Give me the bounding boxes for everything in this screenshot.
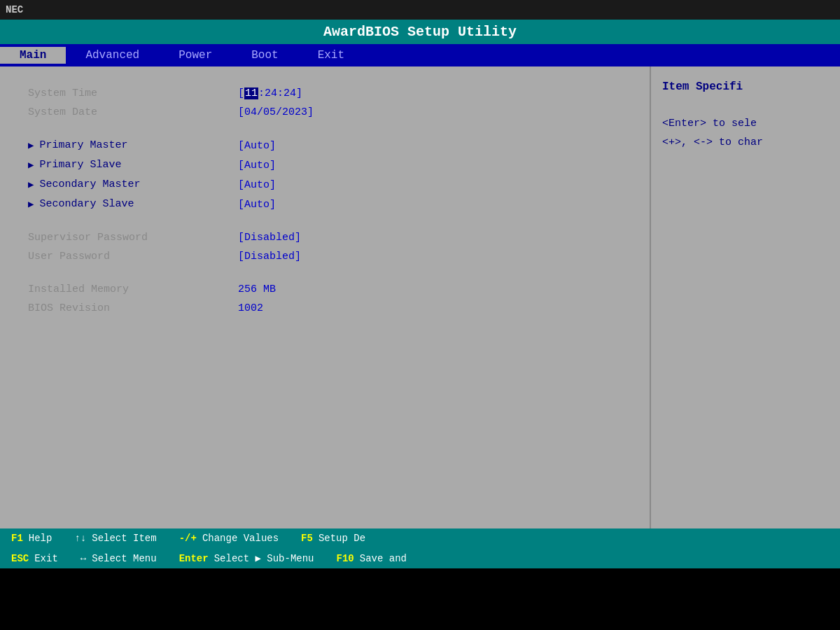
select-submenu-label: Select ▶ Sub-Menu [214, 552, 314, 564]
brand-logo: NEC [6, 4, 23, 15]
supervisor-password-row: Supervisor Password [Disabled] [28, 232, 622, 244]
f5-key: F5 [301, 533, 313, 544]
user-password-label: User Password [28, 251, 238, 262]
primary-master-value: [Auto] [238, 140, 276, 152]
f10-section: F10 Save and [326, 553, 418, 564]
bios-revision-label: BIOS Revision [28, 302, 238, 314]
secondary-slave-row: ▶ Secondary Slave [Auto] [28, 198, 622, 211]
user-password-row: User Password [Disabled] [28, 251, 622, 262]
secondary-master-value: [Auto] [238, 179, 276, 191]
primary-slave-label[interactable]: ▶ Primary Slave [28, 159, 238, 171]
supervisor-password-value[interactable]: [Disabled] [238, 232, 301, 244]
bios-title: AwardBIOS Setup Utility [323, 24, 517, 40]
primary-slave-value: [Auto] [238, 160, 276, 172]
system-date-row: System Date [04/05/2023] [28, 106, 622, 118]
minus-plus-key: -/+ [179, 533, 197, 544]
secondary-slave-arrow: ▶ [28, 198, 34, 210]
menu-item-boot[interactable]: Boot [232, 47, 298, 64]
f5-desc: Setup De [318, 533, 365, 544]
item-specific-line2: <+>, <-> to char [662, 133, 829, 152]
secondary-master-label[interactable]: ▶ Secondary Master [28, 178, 238, 190]
supervisor-password-label: Supervisor Password [28, 232, 238, 244]
system-time-hours[interactable]: 11 [244, 88, 258, 99]
f5-section: F5 Setup De [290, 533, 377, 544]
menu-item-exit[interactable]: Exit [298, 47, 364, 64]
minus-plus-section: -/+ Change Values [168, 533, 290, 544]
arrows-lr-section: ↔ Select Menu [69, 553, 168, 564]
bios-revision-value: 1002 [238, 302, 263, 314]
esc-key: ESC [11, 553, 29, 564]
installed-memory-row: Installed Memory 256 MB [28, 284, 622, 295]
primary-master-label[interactable]: ▶ Primary Master [28, 139, 238, 151]
enter-section: Enter Select ▶ Sub-Menu [168, 552, 326, 564]
user-password-value[interactable]: [Disabled] [238, 251, 301, 262]
primary-slave-row: ▶ Primary Slave [Auto] [28, 159, 622, 172]
installed-memory-label: Installed Memory [28, 284, 238, 295]
bios-revision-row: BIOS Revision 1002 [28, 302, 622, 314]
item-specific-line1: <Enter> to sele [662, 114, 829, 133]
main-content: System Time [11:24:24] System Date [04/0… [0, 66, 840, 528]
system-time-label: System Time [28, 88, 238, 99]
arrows-updown-icon: ↑↓ [74, 533, 86, 544]
secondary-slave-label[interactable]: ▶ Secondary Slave [28, 198, 238, 210]
right-panel: Item Specifi <Enter> to sele <+>, <-> to… [651, 66, 840, 528]
left-panel: System Time [11:24:24] System Date [04/0… [0, 66, 651, 528]
item-specific-title: Item Specifi [662, 80, 829, 93]
menu-item-main[interactable]: Main [0, 47, 66, 64]
secondary-slave-value: [Auto] [238, 199, 276, 211]
menu-item-power[interactable]: Power [159, 47, 232, 64]
status-bar-2: ESC Exit ↔ Select Menu Enter Select ▶ Su… [0, 548, 840, 568]
installed-memory-value: 256 MB [238, 284, 276, 295]
primary-master-arrow: ▶ [28, 139, 34, 151]
primary-master-row: ▶ Primary Master [Auto] [28, 139, 622, 152]
system-time-value[interactable]: [11:24:24] [238, 88, 302, 99]
status-bar: F1 Help ↑↓ Select Item -/+ Change Values… [0, 528, 840, 548]
system-date-label: System Date [28, 106, 238, 118]
f10-key: F10 [337, 553, 354, 564]
select-item-label: Select Item [92, 533, 156, 544]
primary-slave-arrow: ▶ [28, 159, 34, 171]
title-bar: AwardBIOS Setup Utility [0, 20, 840, 44]
f1-desc: Help [29, 533, 52, 544]
menu-bar[interactable]: Main Advanced Power Boot Exit [0, 44, 840, 66]
f10-desc: Save and [360, 553, 407, 564]
arrows-leftright-icon: ↔ [80, 553, 86, 564]
system-date-value[interactable]: [04/05/2023] [238, 106, 314, 118]
f1-section: F1 Help [0, 533, 63, 544]
item-specific-content: <Enter> to sele <+>, <-> to char [662, 114, 829, 152]
arrows-ud-section: ↑↓ Select Item [63, 533, 167, 544]
system-time-row: System Time [11:24:24] [28, 88, 622, 99]
esc-desc: Exit [34, 553, 58, 564]
select-menu-label: Select Menu [92, 553, 156, 564]
esc-section: ESC Exit [0, 553, 69, 564]
brand-bar: NEC [0, 0, 840, 20]
menu-item-advanced[interactable]: Advanced [66, 47, 159, 64]
change-values-label: Change Values [202, 533, 279, 544]
f1-key: F1 [11, 533, 23, 544]
enter-key: Enter [179, 553, 209, 564]
secondary-master-row: ▶ Secondary Master [Auto] [28, 178, 622, 191]
secondary-master-arrow: ▶ [28, 178, 34, 190]
